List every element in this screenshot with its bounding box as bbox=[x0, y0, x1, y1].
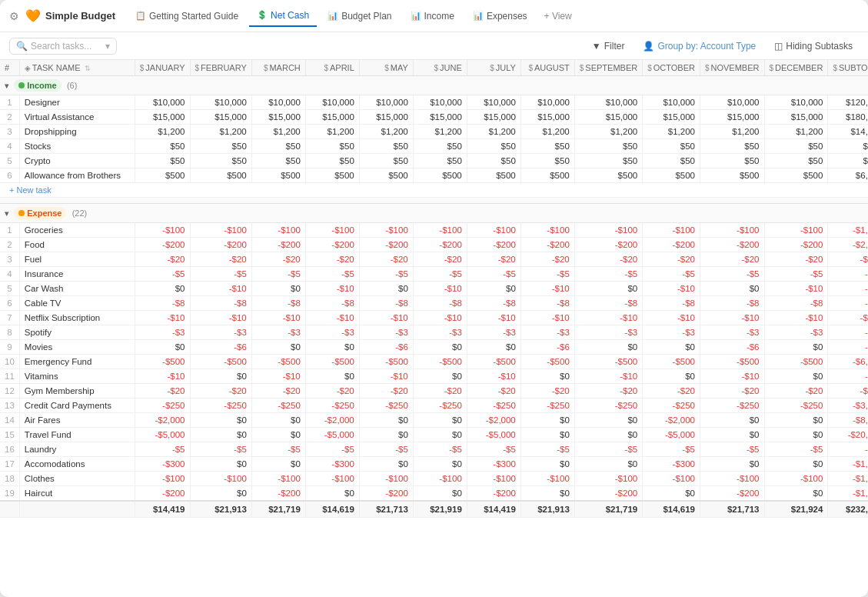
cell-value[interactable]: $0 bbox=[135, 282, 190, 296]
cell-value[interactable]: $1,200 bbox=[643, 125, 700, 139]
cell-value[interactable]: $50 bbox=[574, 139, 642, 154]
cell-value[interactable]: -$8 bbox=[359, 296, 413, 311]
cell-value[interactable]: $0 bbox=[643, 369, 700, 384]
cell-value[interactable]: $1,200 bbox=[251, 125, 305, 139]
cell-value[interactable]: -$8 bbox=[764, 296, 828, 311]
cell-value[interactable]: -$5 bbox=[520, 267, 574, 282]
cell-value[interactable]: $0 bbox=[700, 282, 764, 296]
cell-value[interactable]: -$8 bbox=[700, 296, 764, 311]
cell-value[interactable]: -$10 bbox=[359, 311, 413, 325]
cell-value[interactable]: $15,000 bbox=[574, 110, 642, 125]
cell-value[interactable]: -$60 bbox=[828, 369, 868, 384]
cell-value[interactable]: -$300 bbox=[305, 457, 359, 472]
cell-value[interactable]: -$5,000 bbox=[643, 428, 700, 442]
cell-value[interactable]: -$36 bbox=[828, 325, 868, 340]
cell-value[interactable]: -$3 bbox=[467, 325, 520, 340]
cell-value[interactable]: -$8 bbox=[643, 296, 700, 311]
cell-value[interactable]: $0 bbox=[764, 486, 828, 502]
cell-value[interactable]: -$100 bbox=[135, 223, 190, 238]
cell-value[interactable]: -$250 bbox=[574, 399, 642, 413]
row-task-name[interactable]: Travel Fund bbox=[19, 428, 135, 442]
cell-value[interactable]: $0 bbox=[359, 413, 413, 428]
cell-value[interactable]: -$1,200 bbox=[828, 457, 868, 472]
cell-value[interactable]: $15,000 bbox=[467, 110, 520, 125]
cell-value[interactable]: -$200 bbox=[467, 238, 520, 252]
cell-value[interactable]: -$2,000 bbox=[135, 413, 190, 428]
cell-value[interactable]: $50 bbox=[413, 139, 467, 154]
row-task-name[interactable]: Insurance bbox=[19, 267, 135, 282]
cell-value[interactable]: -$10 bbox=[467, 369, 520, 384]
cell-value[interactable]: -$200 bbox=[413, 238, 467, 252]
cell-value[interactable]: -$200 bbox=[700, 486, 764, 502]
row-task-name[interactable]: Vitamins bbox=[19, 369, 135, 384]
cell-value[interactable]: -$100 bbox=[520, 223, 574, 238]
cell-value[interactable]: -$20 bbox=[643, 252, 700, 267]
cell-value[interactable]: $0 bbox=[413, 428, 467, 442]
income-chevron-icon[interactable]: ▾ bbox=[5, 82, 8, 90]
cell-value[interactable]: -$5 bbox=[700, 442, 764, 457]
cell-value[interactable]: -$5 bbox=[190, 442, 251, 457]
row-task-name[interactable]: Haircut bbox=[19, 486, 135, 502]
cell-value[interactable]: -$6 bbox=[359, 340, 413, 355]
cell-value[interactable]: $500 bbox=[305, 168, 359, 183]
cell-value[interactable]: $0 bbox=[251, 340, 305, 355]
cell-value[interactable]: $10,000 bbox=[359, 95, 413, 110]
row-task-name[interactable]: Netflix Subscription bbox=[19, 311, 135, 325]
cell-value[interactable]: -$100 bbox=[764, 472, 828, 486]
filter-button[interactable]: ▼ Filter bbox=[586, 38, 631, 54]
cell-value[interactable]: $0 bbox=[413, 457, 467, 472]
row-task-name[interactable]: Accomodations bbox=[19, 457, 135, 472]
cell-value[interactable]: -$8 bbox=[135, 296, 190, 311]
cell-value[interactable]: $0 bbox=[700, 413, 764, 428]
cell-value[interactable]: -$240 bbox=[828, 252, 868, 267]
cell-value[interactable]: -$100 bbox=[251, 223, 305, 238]
cell-value[interactable]: $1,200 bbox=[190, 125, 251, 139]
cell-value[interactable]: $500 bbox=[413, 168, 467, 183]
cell-value[interactable]: -$3 bbox=[305, 325, 359, 340]
cell-value[interactable]: -$500 bbox=[520, 355, 574, 369]
cell-value[interactable]: $10,000 bbox=[251, 95, 305, 110]
cell-value[interactable]: -$1,200 bbox=[828, 486, 868, 502]
cell-value[interactable]: -$20 bbox=[359, 252, 413, 267]
cell-value[interactable]: -$20 bbox=[467, 252, 520, 267]
cell-value[interactable]: -$8,000 bbox=[828, 413, 868, 428]
cell-value[interactable]: $10,000 bbox=[413, 95, 467, 110]
cell-value[interactable]: -$60 bbox=[828, 442, 868, 457]
cell-value[interactable]: $0 bbox=[251, 428, 305, 442]
cell-value[interactable]: $10,000 bbox=[574, 95, 642, 110]
cell-value[interactable]: -$60 bbox=[828, 267, 868, 282]
cell-value[interactable]: -$200 bbox=[764, 238, 828, 252]
cell-value[interactable]: $0 bbox=[190, 369, 251, 384]
row-task-name[interactable]: Fuel bbox=[19, 252, 135, 267]
cell-value[interactable]: $10,000 bbox=[135, 95, 190, 110]
cell-value[interactable]: -$10 bbox=[700, 311, 764, 325]
cell-value[interactable]: $50 bbox=[700, 139, 764, 154]
cell-value[interactable]: -$200 bbox=[700, 238, 764, 252]
cell-value[interactable]: $0 bbox=[574, 428, 642, 442]
cell-value[interactable]: -$100 bbox=[413, 472, 467, 486]
cell-value[interactable]: -$20 bbox=[305, 252, 359, 267]
cell-value[interactable]: -$300 bbox=[135, 457, 190, 472]
cell-value[interactable]: $10,000 bbox=[190, 95, 251, 110]
cell-value[interactable]: -$5 bbox=[135, 267, 190, 282]
cell-value[interactable]: -$3,000 bbox=[828, 399, 868, 413]
cell-value[interactable]: -$200 bbox=[359, 486, 413, 502]
cell-value[interactable]: $0 bbox=[574, 413, 642, 428]
cell-value[interactable]: -$10 bbox=[700, 369, 764, 384]
cell-value[interactable]: $0 bbox=[764, 457, 828, 472]
cell-value[interactable]: $0 bbox=[305, 369, 359, 384]
cell-value[interactable]: -$100 bbox=[574, 223, 642, 238]
cell-value[interactable]: -$5,000 bbox=[467, 428, 520, 442]
cell-value[interactable]: -$5 bbox=[251, 267, 305, 282]
cell-value[interactable]: $50 bbox=[467, 154, 520, 168]
row-task-name[interactable]: Virtual Assistance bbox=[19, 110, 135, 125]
cell-value[interactable]: -$500 bbox=[135, 355, 190, 369]
cell-value[interactable]: $500 bbox=[643, 168, 700, 183]
cell-value[interactable]: -$96 bbox=[828, 296, 868, 311]
cell-value[interactable]: $180,000 bbox=[828, 110, 868, 125]
cell-value[interactable]: -$200 bbox=[251, 238, 305, 252]
cell-value[interactable]: -$5 bbox=[135, 442, 190, 457]
cell-value[interactable]: -$200 bbox=[135, 486, 190, 502]
cell-value[interactable]: -$5 bbox=[190, 267, 251, 282]
cell-value[interactable]: -$20 bbox=[764, 252, 828, 267]
